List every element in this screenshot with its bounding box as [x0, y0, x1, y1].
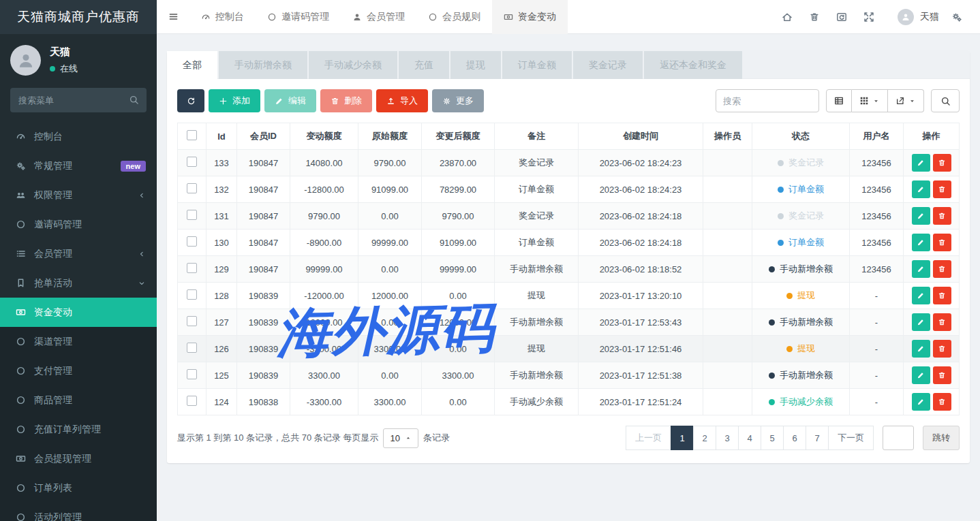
row-edit-button[interactable]: [912, 180, 930, 198]
row-checkbox[interactable]: [187, 157, 197, 167]
tab-1[interactable]: 手动新增余额: [219, 51, 307, 79]
row-delete-button[interactable]: [933, 234, 951, 251]
row-checkbox[interactable]: [187, 343, 197, 353]
row-edit-button[interactable]: [912, 207, 930, 225]
detail-view-button[interactable]: [826, 89, 852, 112]
row-edit-button[interactable]: [912, 287, 930, 304]
columns-button[interactable]: [852, 89, 888, 112]
row-checkbox[interactable]: [187, 236, 197, 247]
topnav-item-1[interactable]: 邀请码管理: [256, 0, 341, 34]
row-delete-button[interactable]: [933, 260, 951, 278]
sidebar-item-12[interactable]: 订单列表: [0, 473, 157, 503]
jump-page-input[interactable]: [883, 426, 914, 450]
row-delete-button[interactable]: [933, 393, 951, 411]
row-checkbox[interactable]: [187, 210, 197, 220]
clear-cache-button[interactable]: [828, 12, 855, 22]
row-checkbox[interactable]: [187, 183, 197, 193]
export-button[interactable]: [888, 89, 924, 112]
sidebar-item-8[interactable]: 支付管理: [0, 356, 157, 385]
row-delete-button[interactable]: [933, 287, 951, 304]
prev-page-button[interactable]: 上一页: [626, 426, 671, 450]
sidebar-item-7[interactable]: 渠道管理: [0, 327, 157, 356]
tab-4[interactable]: 提现: [450, 51, 501, 79]
select-all-checkbox[interactable]: [187, 130, 197, 140]
row-edit-button[interactable]: [912, 393, 930, 411]
tab-5[interactable]: 订单金额: [502, 51, 572, 79]
sidebar-item-9[interactable]: 商品管理: [0, 385, 157, 415]
column-header[interactable]: 状态: [752, 123, 850, 150]
column-header[interactable]: 会员ID: [237, 123, 290, 150]
sidebar-toggle-button[interactable]: [157, 0, 189, 33]
sidebar-item-3[interactable]: 邀请码管理: [0, 210, 157, 239]
add-button[interactable]: 添加: [209, 89, 260, 112]
row-checkbox[interactable]: [187, 289, 197, 300]
home-button[interactable]: [774, 12, 801, 22]
sidebar-search-input[interactable]: [10, 88, 147, 112]
sidebar-item-5[interactable]: 抢单活动: [0, 268, 157, 298]
avatar[interactable]: [898, 9, 914, 25]
column-header[interactable]: 操作: [904, 123, 960, 150]
row-edit-button[interactable]: [912, 313, 930, 331]
tab-2[interactable]: 手动减少余额: [309, 51, 397, 79]
import-button[interactable]: 导入: [376, 89, 428, 112]
page-button-5[interactable]: 5: [761, 426, 784, 450]
sidebar-item-10[interactable]: 充值订单列管理: [0, 415, 157, 444]
tab-7[interactable]: 返还本金和奖金: [644, 51, 742, 79]
jump-button[interactable]: 跳转: [923, 426, 960, 450]
page-size-select[interactable]: 10: [383, 428, 418, 448]
row-delete-button[interactable]: [933, 154, 951, 172]
row-edit-button[interactable]: [912, 260, 930, 278]
page-button-2[interactable]: 2: [693, 426, 716, 450]
tab-6[interactable]: 奖金记录: [573, 51, 643, 79]
delete-button[interactable]: 删除: [320, 89, 372, 112]
column-header[interactable]: 备注: [495, 123, 579, 150]
row-delete-button[interactable]: [933, 180, 951, 198]
table-search-input[interactable]: [716, 89, 819, 112]
row-edit-button[interactable]: [912, 154, 930, 172]
topnav-item-2[interactable]: 会员管理: [341, 0, 416, 34]
edit-button[interactable]: 编辑: [264, 89, 316, 112]
sidebar-item-1[interactable]: 常规管理new: [0, 151, 157, 180]
row-checkbox[interactable]: [187, 369, 197, 379]
row-edit-button[interactable]: [912, 340, 930, 358]
column-header[interactable]: 创建时间: [579, 123, 703, 150]
column-header[interactable]: 变动额度: [290, 123, 358, 150]
column-header[interactable]: 用户名: [850, 123, 904, 150]
row-checkbox[interactable]: [187, 263, 197, 273]
row-edit-button[interactable]: [912, 366, 930, 384]
more-button[interactable]: 更多: [432, 89, 484, 112]
row-edit-button[interactable]: [912, 234, 930, 251]
fullscreen-button[interactable]: [855, 12, 883, 22]
username-label[interactable]: 天猫: [920, 11, 939, 23]
sidebar-item-6[interactable]: 资金变动: [0, 298, 157, 327]
sidebar-item-13[interactable]: 活动列管理: [0, 503, 157, 521]
topnav-item-0[interactable]: 控制台: [189, 0, 256, 34]
sidebar-item-11[interactable]: 会员提现管理: [0, 444, 157, 473]
row-delete-button[interactable]: [933, 207, 951, 225]
tab-0[interactable]: 全部: [167, 51, 217, 79]
next-page-button[interactable]: 下一页: [828, 426, 874, 450]
column-header[interactable]: 变更后额度: [422, 123, 495, 150]
page-button-6[interactable]: 6: [783, 426, 806, 450]
row-checkbox[interactable]: [187, 316, 197, 326]
row-delete-button[interactable]: [933, 313, 951, 331]
row-checkbox[interactable]: [187, 396, 197, 406]
topnav-item-4[interactable]: 资金变动: [492, 0, 568, 34]
page-button-4[interactable]: 4: [738, 426, 761, 450]
page-button-3[interactable]: 3: [716, 426, 739, 450]
column-header[interactable]: 操作员: [703, 123, 752, 150]
tab-3[interactable]: 充值: [399, 51, 449, 79]
page-button-1[interactable]: 1: [671, 426, 694, 450]
trash-button[interactable]: [801, 12, 828, 22]
sidebar-item-0[interactable]: 控制台: [0, 122, 157, 151]
refresh-button[interactable]: [177, 89, 204, 112]
column-header[interactable]: Id: [206, 123, 237, 150]
search-button[interactable]: [931, 89, 960, 112]
topnav-item-3[interactable]: 会员规则: [416, 0, 492, 34]
column-header[interactable]: 原始额度: [358, 123, 422, 150]
page-button-7[interactable]: 7: [806, 426, 829, 450]
sidebar-item-2[interactable]: 权限管理: [0, 180, 157, 210]
settings-button[interactable]: [943, 12, 970, 22]
row-delete-button[interactable]: [933, 366, 951, 384]
sidebar-item-4[interactable]: 会员管理: [0, 239, 157, 268]
